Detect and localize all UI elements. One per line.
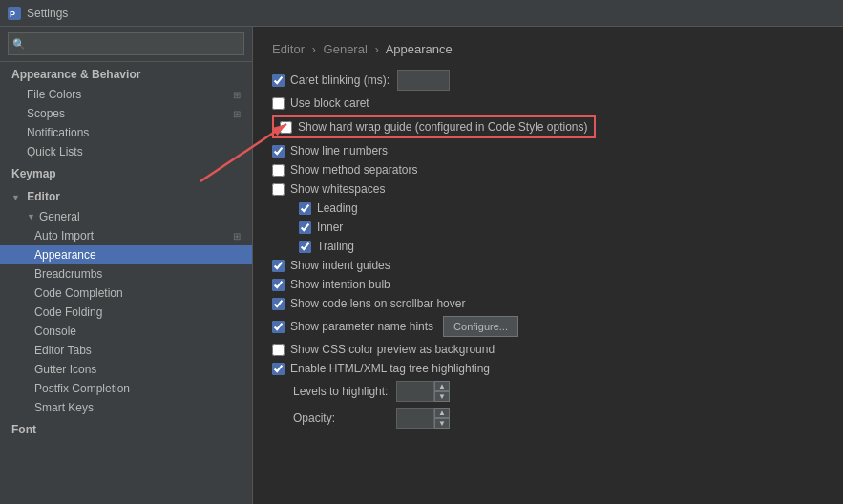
show-line-numbers-row: Show line numbers: [272, 144, 824, 158]
general-collapse-icon: ▼: [27, 212, 35, 221]
sidebar-item-code-folding[interactable]: Code Folding: [0, 303, 252, 322]
breadcrumb: Editor › General › Appearance: [272, 42, 824, 56]
inner-checkbox[interactable]: [299, 221, 311, 234]
breadcrumb-part-1: Editor: [272, 42, 305, 56]
show-code-lens-row: Show code lens on scrollbar hover: [272, 297, 824, 310]
whitespace-sub-options: Leading Inner Trailing: [299, 201, 824, 253]
show-whitespaces-row: Show whitespaces: [272, 182, 824, 196]
show-css-preview-label[interactable]: Show CSS color preview as background: [272, 343, 495, 356]
show-method-sep-row: Show method separators: [272, 163, 824, 177]
sidebar-item-auto-import[interactable]: Auto Import ⊞: [0, 226, 252, 245]
sidebar-section-editor[interactable]: ▼ Editor: [0, 184, 252, 207]
levels-row: Levels to highlight: 6 ▲ ▼: [293, 381, 824, 402]
caret-blinking-input[interactable]: 500: [397, 70, 450, 91]
show-indent-guides-row: Show indent guides: [272, 259, 824, 272]
opacity-row: Opacity: 0.1 ▲ ▼: [293, 408, 824, 429]
search-icon: 🔍: [12, 38, 26, 51]
sidebar-item-file-colors[interactable]: File Colors ⊞: [0, 85, 252, 104]
show-code-lens-checkbox[interactable]: [272, 298, 285, 310]
show-css-preview-checkbox[interactable]: [272, 344, 285, 356]
search-container: 🔍: [0, 27, 252, 62]
sidebar-section-keymap: Keymap: [0, 161, 252, 184]
levels-increment-button[interactable]: ▲: [434, 381, 450, 391]
scopes-icon: ⊞: [233, 109, 241, 119]
editor-collapse-icon: ▼: [11, 193, 20, 202]
enable-html-xml-row: Enable HTML/XML tag tree highlighting: [272, 362, 824, 375]
trailing-label[interactable]: Trailing: [299, 240, 354, 253]
sidebar-item-gutter-icons[interactable]: Gutter Icons: [0, 360, 252, 379]
use-block-caret-row: Use block caret: [272, 96, 824, 110]
levels-decrement-button[interactable]: ▼: [434, 391, 450, 402]
show-line-numbers-label[interactable]: Show line numbers: [272, 144, 388, 158]
show-hard-wrap-highlighted: Show hard wrap guide (configured in Code…: [272, 116, 596, 138]
opacity-spinner: 0.1 ▲ ▼: [396, 408, 450, 429]
enable-html-xml-checkbox[interactable]: [272, 363, 285, 375]
show-method-sep-label[interactable]: Show method separators: [272, 163, 417, 177]
show-method-sep-checkbox[interactable]: [272, 164, 285, 177]
opacity-label: Opacity:: [293, 411, 389, 425]
leading-row: Leading: [299, 201, 824, 215]
opacity-spinner-btns: ▲ ▼: [434, 408, 450, 429]
show-line-numbers-checkbox[interactable]: [272, 145, 285, 158]
auto-import-icon: ⊞: [233, 231, 241, 242]
title-bar-text: Settings: [27, 7, 68, 20]
svg-text:P: P: [10, 10, 15, 19]
levels-label: Levels to highlight:: [293, 385, 389, 398]
title-bar: P Settings: [0, 0, 843, 27]
sidebar-item-code-completion[interactable]: Code Completion: [0, 284, 252, 303]
sidebar-item-appearance[interactable]: Appearance: [0, 245, 252, 264]
inner-row: Inner: [299, 220, 824, 234]
sidebar-section-appearance-behavior: Appearance & Behavior: [0, 62, 252, 85]
leading-checkbox[interactable]: [299, 202, 311, 215]
sidebar: 🔍 Appearance & Behavior File Colors ⊞ Sc…: [0, 27, 253, 504]
show-hard-wrap-checkbox[interactable]: [280, 121, 292, 134]
show-css-preview-row: Show CSS color preview as background: [272, 343, 824, 356]
show-indent-guides-label[interactable]: Show indent guides: [272, 259, 390, 272]
show-intention-bulb-row: Show intention bulb: [272, 278, 824, 291]
show-code-lens-label[interactable]: Show code lens on scrollbar hover: [272, 297, 465, 310]
show-param-hints-row: Show parameter name hints Configure...: [272, 316, 824, 337]
breadcrumb-part-3: Appearance: [386, 42, 453, 56]
sidebar-item-console[interactable]: Console: [0, 322, 252, 341]
file-colors-icon: ⊞: [233, 90, 241, 100]
use-block-caret-label[interactable]: Use block caret: [272, 96, 369, 110]
sidebar-item-breadcrumbs[interactable]: Breadcrumbs: [0, 264, 252, 284]
breadcrumb-part-2: General: [324, 42, 368, 56]
show-intention-bulb-label[interactable]: Show intention bulb: [272, 278, 390, 291]
content-area: Editor › General › Appearance Caret blin…: [253, 27, 843, 504]
search-input[interactable]: [8, 32, 244, 55]
sidebar-item-postfix-completion[interactable]: Postfix Completion: [0, 379, 252, 398]
sidebar-item-quick-lists[interactable]: Quick Lists: [0, 142, 252, 161]
show-intention-bulb-checkbox[interactable]: [272, 279, 285, 291]
configure-button[interactable]: Configure...: [443, 316, 518, 337]
show-whitespaces-label[interactable]: Show whitespaces: [272, 182, 385, 196]
caret-blinking-row: Caret blinking (ms): 500: [272, 70, 824, 91]
opacity-input[interactable]: 0.1: [396, 408, 434, 429]
inner-label[interactable]: Inner: [299, 220, 343, 234]
enable-html-xml-label[interactable]: Enable HTML/XML tag tree highlighting: [272, 362, 490, 375]
opacity-increment-button[interactable]: ▲: [434, 408, 450, 418]
show-indent-guides-checkbox[interactable]: [272, 260, 285, 272]
sidebar-item-scopes[interactable]: Scopes ⊞: [0, 104, 252, 123]
use-block-caret-checkbox[interactable]: [272, 97, 285, 110]
show-hard-wrap-row: Show hard wrap guide (configured in Code…: [272, 116, 824, 138]
sidebar-section-font: Font: [0, 417, 252, 440]
sidebar-item-editor-tabs[interactable]: Editor Tabs: [0, 341, 252, 360]
trailing-checkbox[interactable]: [299, 241, 311, 253]
app-icon: P: [8, 7, 21, 20]
show-hard-wrap-label[interactable]: Show hard wrap guide (configured in Code…: [280, 120, 588, 134]
levels-input[interactable]: 6: [396, 381, 434, 402]
show-param-hints-checkbox[interactable]: [272, 321, 285, 333]
sidebar-item-notifications[interactable]: Notifications: [0, 123, 252, 142]
caret-blinking-checkbox[interactable]: [272, 74, 285, 87]
levels-spinner: 6 ▲ ▼: [396, 381, 450, 402]
sidebar-item-general[interactable]: ▼ General: [0, 207, 252, 226]
show-param-hints-label[interactable]: Show parameter name hints: [272, 320, 433, 333]
trailing-row: Trailing: [299, 240, 824, 253]
levels-spinner-btns: ▲ ▼: [434, 381, 450, 402]
show-whitespaces-checkbox[interactable]: [272, 183, 285, 196]
sidebar-item-smart-keys[interactable]: Smart Keys: [0, 398, 252, 417]
opacity-decrement-button[interactable]: ▼: [434, 418, 450, 429]
leading-label[interactable]: Leading: [299, 201, 358, 215]
caret-blinking-label[interactable]: Caret blinking (ms):: [272, 74, 390, 87]
